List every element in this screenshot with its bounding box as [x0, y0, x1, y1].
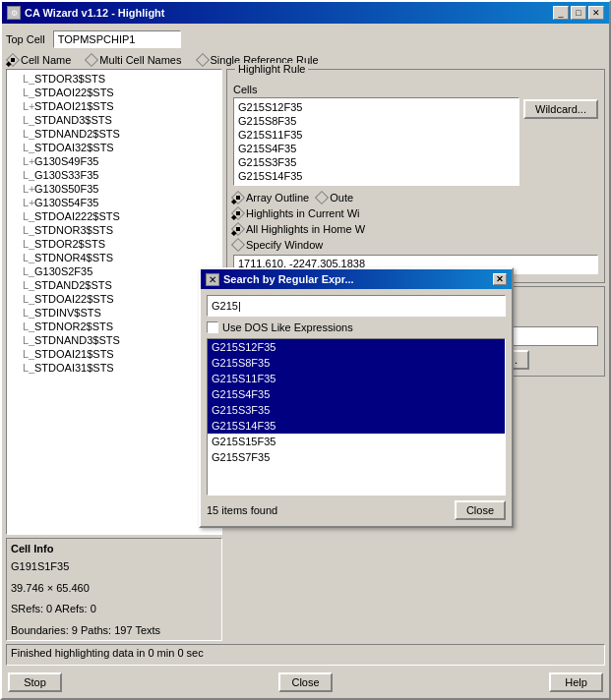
dos-expressions-checkbox[interactable]: [207, 321, 218, 333]
modal-result-item[interactable]: G215S12F35: [208, 339, 505, 355]
main-window: ⚙ CA Wizard v1.12 - Highlight _ □ ✕ Top …: [0, 0, 611, 700]
modal-icon: ✕: [206, 273, 219, 286]
modal-checkbox-row: Use DOS Like Expressions: [207, 321, 506, 333]
modal-title-bar: ✕ Search by Regular Expr... ✕: [201, 269, 512, 289]
modal-close-button[interactable]: Close: [455, 500, 506, 520]
modal-result-item[interactable]: G215S7F35: [208, 449, 505, 465]
modal-result-item[interactable]: G215S4F35: [208, 386, 505, 402]
modal-footer: 15 items found Close: [207, 500, 506, 520]
dos-expressions-label: Use DOS Like Expressions: [222, 321, 353, 333]
modal-result-item[interactable]: G215S8F35: [208, 355, 505, 371]
modal-result-item[interactable]: G215S11F35: [208, 371, 505, 386]
modal-close-icon[interactable]: ✕: [493, 273, 507, 285]
modal-results-list[interactable]: G215S12F35 G215S8F35 G215S11F35 G215S4F3…: [207, 338, 506, 496]
modal-body: Use DOS Like Expressions G215S12F35 G215…: [201, 289, 512, 526]
search-modal: ✕ Search by Regular Expr... ✕ Use DOS Li…: [199, 267, 514, 528]
modal-title: Search by Regular Expr...: [223, 273, 354, 285]
modal-overlay: ✕ Search by Regular Expr... ✕ Use DOS Li…: [2, 2, 609, 698]
modal-search-input[interactable]: [207, 295, 506, 317]
modal-result-item[interactable]: G215S3F35: [208, 402, 505, 418]
modal-count: 15 items found: [207, 504, 277, 516]
modal-result-item[interactable]: G215S15F35: [208, 434, 505, 449]
modal-result-item[interactable]: G215S14F35: [208, 418, 505, 434]
